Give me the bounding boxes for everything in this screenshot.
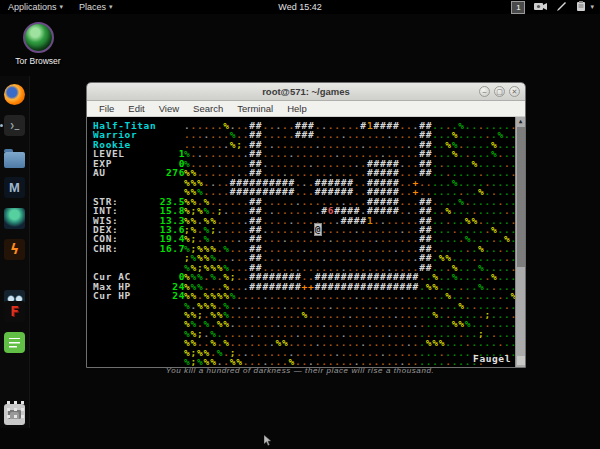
terminal-icon[interactable]: ❯_ [4, 115, 25, 136]
menu-item-search[interactable]: Search [187, 103, 229, 114]
scrollbar-down-button[interactable] [517, 356, 525, 365]
maximize-button[interactable]: ▢ [494, 86, 505, 97]
clipboard-icon[interactable] [576, 1, 586, 14]
stat-line: CHR:16.7 [93, 244, 185, 253]
firefox-icon[interactable] [4, 84, 25, 105]
tor-globe-icon [23, 22, 54, 53]
menu-item-edit[interactable]: Edit [122, 103, 150, 114]
menu-item-help[interactable]: Help [281, 103, 313, 114]
mouse-cursor [264, 432, 272, 449]
menu-item-file[interactable]: File [93, 103, 120, 114]
avatar-app-icon[interactable] [4, 208, 25, 229]
stat-line: Cur HP24 [93, 291, 185, 300]
lightning-app-icon[interactable]: ϟ [4, 239, 25, 260]
terminal-screen[interactable]: Half-TitanWarriorRookieLEVEL1EXP0AU276ST… [87, 117, 525, 367]
pen-icon[interactable] [556, 1, 567, 14]
running-indicator-dot [0, 124, 3, 127]
menu-item-view[interactable]: View [153, 103, 185, 114]
stat-line: AU276 [93, 168, 185, 177]
clock[interactable]: Wed 15:42 [0, 2, 600, 12]
green-notes-app-icon[interactable] [4, 332, 25, 353]
minimize-button[interactable]: – [479, 86, 490, 97]
scrollbar-thumb[interactable] [517, 127, 525, 267]
location-label: Faugel [473, 353, 511, 364]
terminal-window: root@571: ~/games – ▢ ✕ FileEditViewSear… [86, 82, 526, 368]
metasploit-icon[interactable]: M [4, 177, 25, 198]
camera-icon[interactable] [534, 1, 547, 13]
red-f-app-icon[interactable]: F [4, 301, 25, 322]
top-bar: Applications ▾ Places ▾ Wed 15:42 1 ▾ [0, 0, 600, 14]
menu-item-terminal[interactable]: Terminal [231, 103, 279, 114]
workspace-indicator[interactable]: 1 [511, 1, 525, 14]
window-title: root@571: ~/games [262, 86, 350, 97]
dock: ❯_ M ϟ F [0, 76, 30, 428]
titlebar[interactable]: root@571: ~/games – ▢ ✕ [87, 83, 525, 101]
scrollbar[interactable]: ▲ [515, 117, 525, 367]
menu-bar: FileEditViewSearchTerminalHelp [87, 101, 525, 117]
tor-browser-desktop-icon[interactable]: Tor Browser [8, 22, 68, 66]
files-icon[interactable] [4, 152, 25, 168]
scrollbar-up-arrow-icon[interactable]: ▲ [516, 117, 525, 125]
close-button[interactable]: ✕ [509, 86, 520, 97]
show-applications-icon[interactable] [4, 398, 25, 419]
tor-browser-label: Tor Browser [8, 56, 68, 66]
tray-dropdown-caret-icon[interactable]: ▾ [590, 3, 594, 11]
